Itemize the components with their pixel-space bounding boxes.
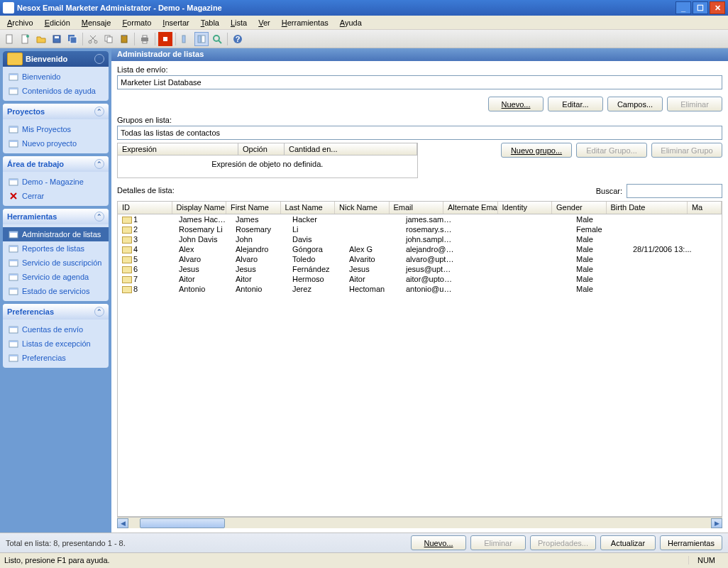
column-header-id[interactable]: ID <box>118 202 172 214</box>
table-cell: john.sample@g... <box>402 235 458 244</box>
table-row[interactable]: 7AitorAitorHermosoAitoraitor@uptodow...M… <box>118 274 722 284</box>
fields-button[interactable]: Campos... <box>607 97 663 111</box>
close-button[interactable]: ✕ <box>710 1 725 14</box>
table-row[interactable]: 4AlexAlejandroGóngoraAlex Galejandro@upt… <box>118 244 722 254</box>
column-header-birth-date[interactable]: Birth Date <box>607 202 688 214</box>
footer-refresh-button[interactable]: Actualizar <box>600 535 656 550</box>
help-icon[interactable]: ? <box>231 32 245 46</box>
expr-col-option[interactable]: Opción <box>238 143 285 155</box>
chevron-icon[interactable]: ⌃ <box>94 106 104 116</box>
sidebar-item-label: Servicio de suscripción <box>22 258 102 267</box>
list-input[interactable] <box>117 75 722 89</box>
column-header-display-name[interactable]: Display Name <box>172 202 227 214</box>
open-icon[interactable] <box>34 32 48 46</box>
sidebar-item-reportes-de-listas[interactable]: Reportes de listas <box>3 241 109 256</box>
maximize-button[interactable]: ☐ <box>693 1 708 14</box>
column-header-nick-name[interactable]: Nick Name <box>335 202 390 214</box>
table-cell: Alex G <box>345 245 402 253</box>
column-header-first-name[interactable]: First Name <box>226 202 281 214</box>
stop-icon[interactable] <box>158 32 172 46</box>
menu-mensaje[interactable]: Mensaje <box>76 17 117 28</box>
groups-input[interactable] <box>117 126 722 140</box>
menu-insertar[interactable]: Insertar <box>157 17 194 28</box>
sidebar-item-administrador-de-listas[interactable]: Administrador de listas <box>3 227 109 241</box>
column-header-identity[interactable]: Identity <box>498 202 553 214</box>
sidebar-item-servicio-de-suscripción[interactable]: Servicio de suscripción <box>3 256 109 270</box>
sidebar-item-preferencias[interactable]: Preferencias <box>3 351 109 365</box>
sidebar-item-cuentas-de-envío[interactable]: Cuentas de envío <box>3 322 109 337</box>
table-row[interactable]: 6JesusJesusFernándezJesusjesus@uptodo...… <box>118 264 722 274</box>
table-row[interactable]: 5AlvaroAlvaroToledoAlvaritoalvaro@uptodo… <box>118 254 722 264</box>
expr-col-expression[interactable]: Expresión <box>118 143 238 155</box>
panel-head-welcome[interactable]: Bienvenido⌃ <box>3 51 109 67</box>
scroll-left-icon[interactable]: ◀ <box>117 518 128 528</box>
column-header-last-name[interactable]: Last Name <box>281 202 336 214</box>
panel-head-tools[interactable]: Herramientas⌃ <box>3 209 109 224</box>
column-header-email[interactable]: Email <box>390 202 444 214</box>
paste-icon[interactable] <box>117 32 131 46</box>
chevron-icon[interactable]: ⌃ <box>94 159 104 169</box>
main-panel: Administrador de listas Lista de envío: … <box>111 48 728 532</box>
print-icon[interactable] <box>138 32 152 46</box>
new-file-icon[interactable] <box>3 32 17 46</box>
view2-icon[interactable] <box>194 32 209 46</box>
chevron-icon[interactable]: ⌃ <box>94 307 104 317</box>
horizontal-scrollbar[interactable]: ◀ ▶ <box>117 517 722 528</box>
column-header-gender[interactable]: Gender <box>552 202 607 214</box>
panel-head-prefs[interactable]: Preferencias⌃ <box>3 304 109 320</box>
panel-head-workspace[interactable]: Área de trabajo⌃ <box>3 156 109 172</box>
search-icon[interactable] <box>210 32 224 46</box>
menu-edición[interactable]: Edición <box>39 17 76 28</box>
table-row[interactable]: 2Rosemary LiRosemaryLirosemary.sampl...F… <box>118 224 722 234</box>
menu-formato[interactable]: Formato <box>116 17 157 28</box>
expr-col-count[interactable]: Cantidad en... <box>285 143 417 155</box>
menu-ver[interactable]: Ver <box>253 17 276 28</box>
cut-icon[interactable] <box>86 32 100 46</box>
table-row[interactable]: 1James HackerJamesHackerjames.sample@...… <box>118 214 722 224</box>
menu-lista[interactable]: Lista <box>225 17 253 28</box>
table-cell: Male <box>572 255 629 263</box>
footer-new-button[interactable]: Nuevo... <box>411 535 466 550</box>
menu-tabla[interactable]: Tabla <box>195 17 225 28</box>
panel-head-projects[interactable]: Proyectos⌃ <box>3 104 109 119</box>
item-icon <box>9 353 18 363</box>
sidebar-item-cerrar[interactable]: Cerrar <box>3 189 109 203</box>
table-cell: Alvaro <box>175 255 231 263</box>
menu-herramientas[interactable]: Herramientas <box>276 17 334 28</box>
svg-rect-13 <box>141 38 148 41</box>
sidebar-item-listas-de-excepción[interactable]: Listas de excepción <box>3 337 109 351</box>
new-list-button[interactable]: Nuevo... <box>488 97 544 111</box>
scroll-thumb[interactable] <box>140 518 225 528</box>
view1-icon[interactable] <box>179 32 193 46</box>
item-icon <box>9 324 18 334</box>
table-row[interactable]: 8AntonioAntonioJerezHectomanantonio@upto… <box>118 284 722 294</box>
table-row[interactable]: 3John DavisJohnDavisjohn.sample@g...Male <box>118 234 722 244</box>
footer-tools-button[interactable]: Herramientas <box>660 535 722 550</box>
sidebar-item-nuevo-proyecto[interactable]: Nuevo proyecto <box>3 136 109 151</box>
column-header-ma[interactable]: Ma <box>688 202 722 214</box>
new-group-button[interactable]: Nuevo grupo... <box>501 143 572 158</box>
sidebar-item-contenidos-de-ayuda[interactable]: Contenidos de ayuda <box>3 84 109 98</box>
scroll-right-icon[interactable]: ▶ <box>711 518 722 528</box>
sidebar-item-demo---magazine[interactable]: Demo - Magazine <box>3 175 109 189</box>
column-header-alternate-email[interactable]: Alternate Email <box>443 202 498 214</box>
toolbar-separator <box>227 33 228 45</box>
contacts-table: IDDisplay NameFirst NameLast NameNick Na… <box>117 201 722 517</box>
search-input[interactable] <box>627 184 722 198</box>
copy-icon[interactable] <box>101 32 116 46</box>
sidebar-item-estado-de-servicios[interactable]: Estado de servicios <box>3 284 109 298</box>
menu-archivo[interactable]: Archivo <box>1 17 39 28</box>
sidebar-item-servicio-de-agenda[interactable]: Servicio de agenda <box>3 270 109 284</box>
edit-list-button[interactable]: Editar... <box>548 97 603 111</box>
sidebar-item-mis-proyectos[interactable]: Mis Proyectos <box>3 122 109 136</box>
chevron-icon[interactable]: ⌃ <box>94 54 104 64</box>
footer-delete-button: Eliminar <box>470 535 526 550</box>
minimize-button[interactable]: _ <box>675 1 691 14</box>
save-icon[interactable] <box>50 32 64 46</box>
menu-ayuda[interactable]: Ayuda <box>334 17 368 28</box>
new-doc-icon[interactable] <box>18 32 33 46</box>
chevron-icon[interactable]: ⌃ <box>94 212 104 222</box>
save-all-icon[interactable] <box>65 32 79 46</box>
sidebar-item-bienvenido[interactable]: Bienvenido <box>3 70 109 84</box>
list-label: Lista de envío: <box>117 65 722 74</box>
